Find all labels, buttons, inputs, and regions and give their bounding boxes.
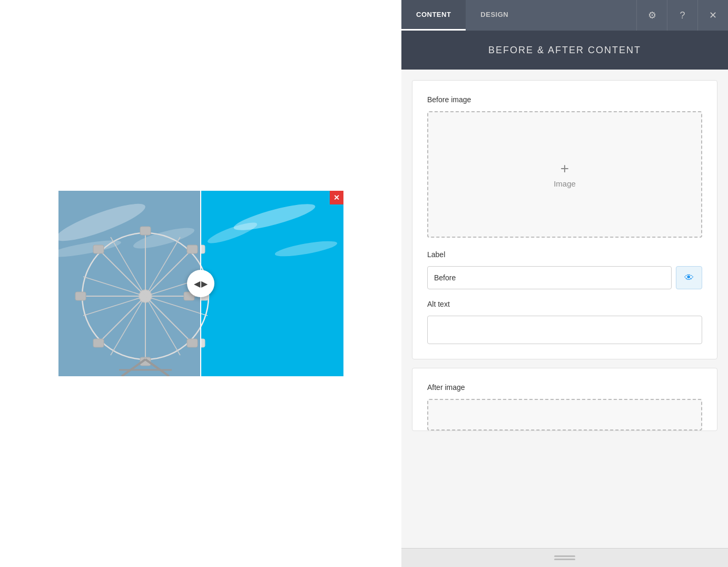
svg-rect-17 bbox=[75, 292, 86, 300]
label-field-row: Label 👁 bbox=[427, 250, 702, 289]
close-panel-icon: ✕ bbox=[709, 9, 717, 21]
before-image-card: Before image + Image Label 👁 Alt text bbox=[412, 80, 717, 359]
alt-text-field-row: Alt text bbox=[427, 300, 702, 344]
svg-rect-15 bbox=[140, 227, 151, 235]
svg-rect-47 bbox=[201, 339, 205, 347]
panel-bottom-handle bbox=[401, 548, 728, 567]
section-title-bar: BEFORE & AFTER CONTENT bbox=[401, 31, 728, 70]
toggle-label-visibility-button[interactable]: 👁 bbox=[676, 266, 702, 289]
svg-rect-45 bbox=[201, 245, 205, 253]
top-nav: CONTENT DESIGN ⚙ ? ✕ bbox=[401, 0, 728, 31]
upload-plus-icon: + bbox=[560, 161, 569, 176]
settings-button[interactable]: ⚙ bbox=[636, 0, 667, 31]
svg-rect-19 bbox=[93, 245, 104, 253]
after-image-upload-area[interactable] bbox=[427, 399, 702, 431]
after-image-card: After image bbox=[412, 368, 717, 431]
settings-icon: ⚙ bbox=[648, 9, 656, 21]
drag-handle[interactable] bbox=[554, 555, 575, 560]
panel-content[interactable]: Before image + Image Label 👁 Alt text bbox=[401, 70, 728, 548]
svg-rect-20 bbox=[187, 245, 198, 253]
svg-rect-21 bbox=[93, 339, 104, 347]
alt-text-input[interactable] bbox=[427, 316, 702, 344]
drag-line-2 bbox=[554, 559, 575, 560]
right-arrow-icon: ▶ bbox=[201, 279, 208, 289]
slider-handle[interactable]: ◀ ▶ bbox=[187, 270, 214, 297]
eye-icon: 👁 bbox=[684, 272, 694, 284]
label-input[interactable] bbox=[427, 266, 672, 289]
left-arrow-icon: ◀ bbox=[194, 279, 200, 289]
label-field-label: Label bbox=[427, 250, 702, 259]
tab-design[interactable]: DESIGN bbox=[466, 0, 523, 31]
tab-design-label: DESIGN bbox=[480, 11, 508, 18]
upload-text: Image bbox=[554, 179, 576, 188]
after-image-preview bbox=[201, 191, 343, 376]
after-image-label: After image bbox=[427, 383, 702, 392]
before-after-widget: ◀ ▶ ✕ bbox=[58, 191, 343, 376]
preview-area: ◀ ▶ ✕ bbox=[0, 0, 401, 567]
section-title: BEFORE & AFTER CONTENT bbox=[488, 45, 641, 56]
close-badge-icon: ✕ bbox=[333, 194, 340, 201]
label-input-group: 👁 bbox=[427, 266, 702, 289]
help-button[interactable]: ? bbox=[667, 0, 697, 31]
alt-text-field-label: Alt text bbox=[427, 300, 702, 308]
svg-rect-22 bbox=[187, 339, 198, 347]
before-image-label: Before image bbox=[427, 95, 702, 104]
close-panel-button[interactable]: ✕ bbox=[697, 0, 728, 31]
help-icon: ? bbox=[680, 10, 685, 21]
before-image-upload-area[interactable]: + Image bbox=[427, 111, 702, 238]
slider-arrows-icon: ◀ ▶ bbox=[194, 279, 208, 289]
drag-line-1 bbox=[554, 555, 575, 557]
before-image-preview bbox=[58, 191, 201, 376]
tab-content[interactable]: CONTENT bbox=[401, 0, 466, 31]
tab-content-label: CONTENT bbox=[416, 11, 451, 18]
close-badge-button[interactable]: ✕ bbox=[330, 191, 343, 204]
right-panel: CONTENT DESIGN ⚙ ? ✕ BEFORE & AFTER CONT… bbox=[401, 0, 728, 567]
